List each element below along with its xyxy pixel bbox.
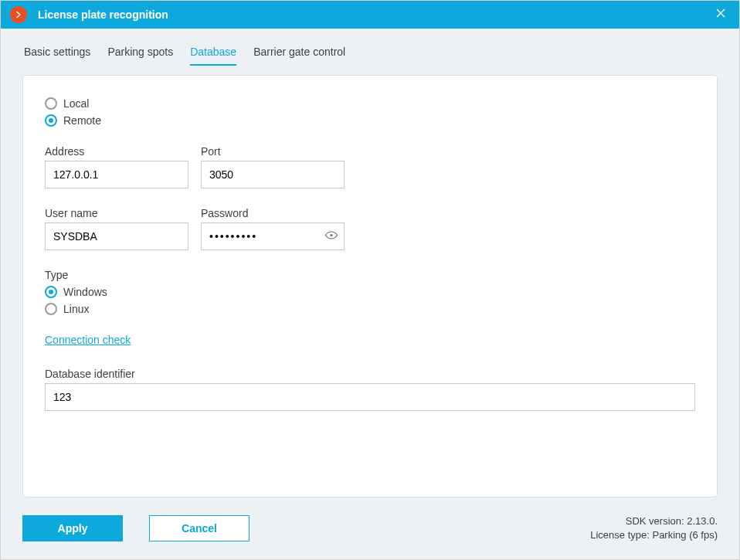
close-icon[interactable] <box>711 7 730 23</box>
radio-linux[interactable]: Linux <box>45 303 695 315</box>
license-type-text: License type: Parking (6 fps) <box>590 528 718 542</box>
radio-local-label: Local <box>63 97 89 110</box>
radio-dot-icon <box>45 286 57 298</box>
db-identifier-label: Database identifier <box>45 368 695 380</box>
address-label: Address <box>45 145 188 158</box>
dialog-footer: Apply Cancel SDK version: 2.13.0. Licens… <box>22 497 718 542</box>
type-block: Type Windows Linux <box>45 269 695 315</box>
dialog-title: License plate recognition <box>38 8 711 21</box>
port-input[interactable] <box>201 161 345 188</box>
username-input[interactable] <box>45 222 188 250</box>
apply-button[interactable]: Apply <box>22 515 123 541</box>
radio-dot-icon <box>45 97 57 110</box>
type-label: Type <box>45 269 695 281</box>
database-panel: Local Remote Address Port <box>22 75 718 497</box>
username-label: User name <box>45 207 188 219</box>
radio-dot-icon <box>45 303 57 315</box>
location-radio-group: Local Remote <box>45 97 695 127</box>
radio-dot-icon <box>45 114 57 127</box>
tab-barrier-gate-control[interactable]: Barrier gate control <box>253 42 345 66</box>
address-field-wrap: Address <box>45 145 188 188</box>
radio-remote[interactable]: Remote <box>45 114 695 127</box>
app-logo-icon <box>10 6 27 23</box>
radio-local[interactable]: Local <box>45 97 695 110</box>
password-field-wrap: Password <box>201 207 345 250</box>
radio-linux-label: Linux <box>63 303 89 315</box>
username-field-wrap: User name <box>45 207 188 250</box>
tab-parking-spots[interactable]: Parking spots <box>107 42 173 66</box>
titlebar: License plate recognition <box>1 1 739 29</box>
cancel-button[interactable]: Cancel <box>149 515 249 541</box>
reveal-password-icon[interactable] <box>324 229 338 245</box>
password-label: Password <box>201 207 345 219</box>
password-input[interactable] <box>201 222 345 250</box>
db-identifier-input[interactable] <box>45 383 695 411</box>
radio-remote-label: Remote <box>63 114 101 127</box>
tab-database[interactable]: Database <box>190 42 236 66</box>
footer-meta: SDK version: 2.13.0. License type: Parki… <box>590 514 718 542</box>
sdk-version-text: SDK version: 2.13.0. <box>590 514 718 528</box>
address-input[interactable] <box>45 161 188 188</box>
radio-windows[interactable]: Windows <box>45 286 695 298</box>
dialog-window: License plate recognition Basic settings… <box>0 0 740 560</box>
db-identifier-block: Database identifier <box>45 368 695 411</box>
connection-check-link[interactable]: Connection check <box>45 334 131 346</box>
svg-point-0 <box>331 234 333 236</box>
dialog-body: Basic settings Parking spots Database Ba… <box>1 29 739 559</box>
radio-windows-label: Windows <box>63 286 107 298</box>
port-label: Port <box>201 145 345 158</box>
tab-bar: Basic settings Parking spots Database Ba… <box>22 29 718 66</box>
tab-basic-settings[interactable]: Basic settings <box>24 42 90 66</box>
port-field-wrap: Port <box>201 145 345 188</box>
